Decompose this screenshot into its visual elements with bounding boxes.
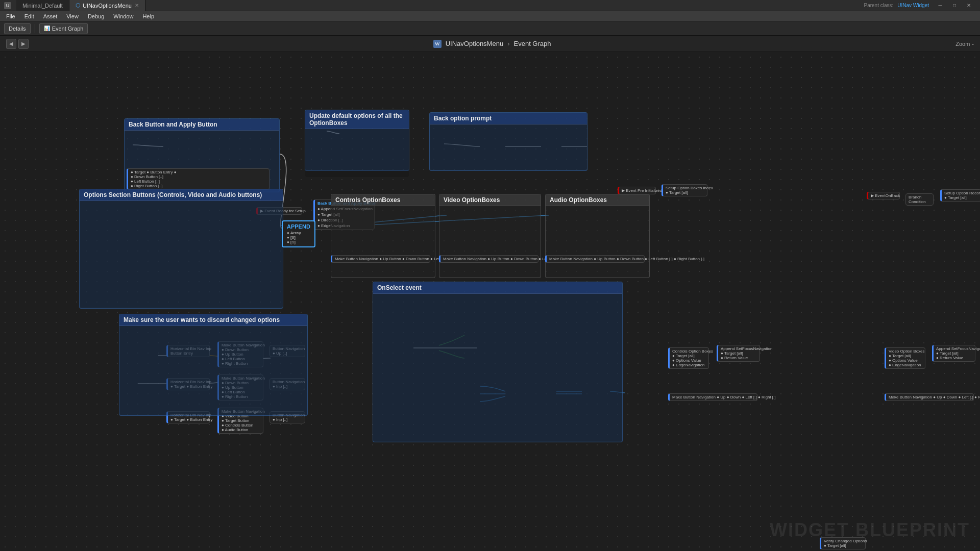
toolbar: Details 📊 Event Graph: [0, 21, 980, 36]
node-make-btn-nav-below-audio: Make Button Navigation ● Up Button ● Dow…: [545, 255, 645, 263]
node-branch-back: BranchCondition: [905, 193, 934, 206]
menu-window[interactable]: Window: [109, 12, 137, 20]
breadcrumb-icon: W: [433, 40, 442, 48]
node-make-btn-nav-video: Make Button Navigation ● Up ● Down ● Lef…: [885, 393, 974, 401]
title-bar: U Minimal_Default ⬡ UINavOptionsMenu ✕ P…: [0, 0, 980, 11]
comment-onselect-body: Verify Changed Options● Target [all] ▶ E…: [373, 294, 622, 441]
node-event-pre-setup: ▶ Event Pre Initialized: [618, 187, 656, 194]
comment-back-prompt-body: ▶ EventOnBack BranchCondition Setup Opti…: [430, 124, 587, 170]
append-node: APPEND ● Array ● [0] ● [1]: [282, 220, 315, 247]
node-event-back: ▶ EventOnBack: [867, 192, 900, 199]
breadcrumb: W UINavOptionsMenu › Event Graph: [33, 40, 951, 48]
node-setup-option-boxes: Setup Option Boxes Index ● Target [all]: [662, 184, 707, 196]
node-discard-record: Setup Option Record Index● Target [all]: [940, 189, 980, 202]
menu-help[interactable]: Help: [138, 12, 158, 20]
menu-view[interactable]: View: [62, 12, 83, 20]
menu-bar: File Edit Asset View Debug Window Help: [0, 11, 980, 21]
comment-options-section: Options Section Buttons (Controls, Video…: [79, 189, 283, 309]
watermark: WIDGET BLUEPRINT: [770, 519, 970, 541]
menu-asset[interactable]: Asset: [39, 12, 62, 20]
minimize-button[interactable]: ─: [933, 0, 947, 11]
node-video-boxes: Video Option Boxes● Target [all]● Option…: [885, 347, 925, 369]
title-bar-right: Parent class: UINav Widget ─ □ ✕: [864, 0, 976, 11]
details-btn[interactable]: Details: [4, 23, 31, 34]
node-make-btn-nav-below-ctrl: Make Button Navigation ● Up Button ● Dow…: [331, 255, 430, 263]
comment-back-prompt-header: Back option prompt: [430, 113, 587, 124]
nav-arrows: ◀ ▶: [6, 39, 29, 49]
comment-discard-header: Make sure the user wants to discard chan…: [119, 314, 307, 326]
close-button[interactable]: ✕: [962, 0, 976, 11]
parent-class-link[interactable]: UINav Widget: [897, 3, 929, 8]
comment-onselect-header: OnSelect event: [373, 282, 622, 294]
node-options-nav-left: ● Target ● Button Entry ● ● Down Button …: [127, 168, 270, 190]
event-graph-tab[interactable]: 📊 Event Graph: [39, 23, 88, 34]
comment-controls: Controls OptionBoxes Controls Option Box…: [331, 194, 435, 278]
breadcrumb-separator: ›: [507, 40, 509, 47]
tab-icon: ⬡: [76, 2, 81, 9]
comment-options-section-header: Options Section Buttons (Controls, Video…: [80, 189, 283, 201]
comment-update-defaults: Update default options of all the Option…: [305, 110, 409, 171]
title-bar-tabs: Minimal_Default ⬡ UINavOptionsMenu ✕: [16, 0, 864, 11]
tab-ui-nav-options[interactable]: ⬡ UINavOptionsMenu ✕: [69, 0, 145, 11]
menu-file[interactable]: File: [2, 12, 19, 20]
toolbar-sep: [35, 24, 35, 33]
comment-audio: Audio OptionBoxes Audio Option Boxes● Ta…: [545, 194, 650, 278]
node-controls-boxes: Controls Option Boxes● Target [all]● Opt…: [668, 347, 709, 369]
comment-controls-header: Controls OptionBoxes: [331, 194, 435, 206]
comment-discard-body: Verify Changed Options● Target [all] Bra…: [119, 326, 307, 415]
comment-controls-body: Controls Option Boxes● Target [all]● Opt…: [331, 206, 435, 277]
menu-edit[interactable]: Edit: [20, 12, 38, 20]
node-append-set-focus-2: Append SetFocusNavigation● Target [all]●…: [932, 345, 975, 362]
breadcrumb-bar: ◀ ▶ W UINavOptionsMenu › Event Graph Zoo…: [0, 36, 980, 52]
comment-audio-header: Audio OptionBoxes: [546, 194, 649, 206]
node-make-btn-nav-ctrl: Make Button Navigation ● Up ● Down ● Lef…: [668, 393, 757, 401]
maximize-button[interactable]: □: [947, 0, 962, 11]
comment-audio-body: Audio Option Boxes● Target [all]● Option…: [546, 206, 649, 277]
app-icon: U: [4, 2, 11, 9]
comment-discard: Make sure the user wants to discard chan…: [119, 314, 308, 416]
comment-video-header: Video OptionBoxes: [439, 194, 541, 206]
blueprint-canvas[interactable]: Back Button and Apply Button ▶ Event Rea…: [0, 52, 980, 551]
node-make-btn-nav-below-video: Make Button Navigation ● Up Button ● Dow…: [439, 255, 538, 263]
class-name: UINavOptionsMenu: [446, 40, 503, 47]
comment-back-apply-header: Back Button and Apply Button: [125, 119, 279, 131]
comment-update-defaults-header: Update default options of all the Option…: [305, 110, 409, 129]
tab-close-btn[interactable]: ✕: [135, 3, 139, 8]
comment-back-prompt: Back option prompt ▶ EventOnBack BranchC…: [429, 112, 587, 171]
zoom-control[interactable]: Zoom -: [955, 41, 974, 47]
comment-onselect: OnSelect event Verify Changed Options● T…: [373, 282, 623, 442]
tab-minimal-default[interactable]: Minimal_Default: [16, 0, 69, 11]
comment-update-defaults-body: ▶ Event Pre Initialized Setup Option Box…: [305, 129, 409, 177]
comment-options-section-body: Horizontal Btn Nav InpButton Entry Make …: [80, 201, 283, 308]
forward-arrow[interactable]: ▶: [18, 39, 29, 49]
comment-video-body: Video Option Boxes● Target [all]● Option…: [439, 206, 541, 277]
back-arrow[interactable]: ◀: [6, 39, 16, 49]
comment-video: Video OptionBoxes Video Option Boxes● Ta…: [439, 194, 541, 278]
menu-debug[interactable]: Debug: [84, 12, 108, 20]
graph-name: Event Graph: [514, 40, 551, 47]
node-append-set-focus-1: Append SetFocusNavigation● Target [all]●…: [717, 345, 760, 362]
window-controls: ─ □ ✕: [933, 0, 976, 11]
